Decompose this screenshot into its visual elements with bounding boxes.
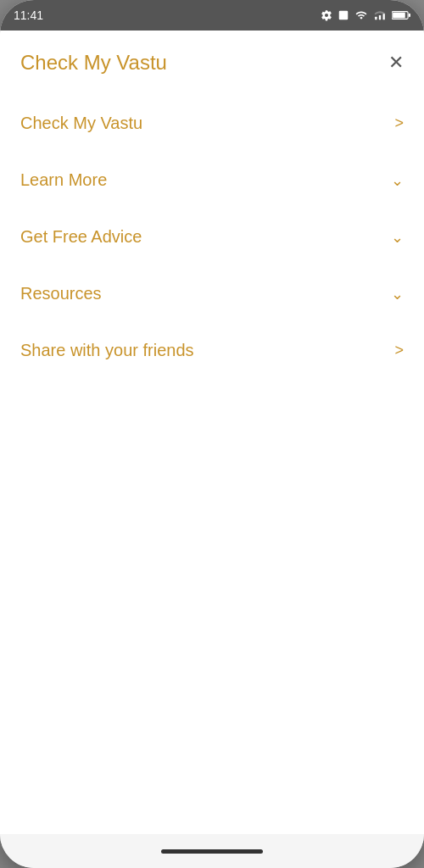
- signal-icon: [373, 9, 387, 21]
- status-icons: [321, 9, 410, 21]
- menu-item-label: Resources: [20, 284, 102, 303]
- status-time: 11:41: [14, 8, 43, 22]
- menu-item-label: Check My Vastu: [20, 114, 142, 133]
- chevron-down-icon: ⌄: [391, 228, 404, 247]
- svg-rect-2: [379, 15, 381, 19]
- svg-rect-3: [383, 14, 385, 19]
- arrow-icon: >: [394, 342, 404, 359]
- close-button[interactable]: ✕: [388, 53, 404, 72]
- svg-rect-0: [339, 11, 349, 20]
- menu-item-learn-more[interactable]: Learn More ⌄: [0, 152, 424, 209]
- menu-item-resources[interactable]: Resources ⌄: [0, 265, 424, 322]
- svg-rect-1: [375, 17, 377, 20]
- header: Check My Vastu ✕: [0, 31, 424, 88]
- main-content: Check My Vastu ✕ Check My Vastu > Learn …: [0, 31, 424, 834]
- menu-item-get-free-advice[interactable]: Get Free Advice ⌄: [0, 209, 424, 265]
- menu-list: Check My Vastu > Learn More ⌄ Get Free A…: [0, 88, 424, 386]
- chevron-down-icon: ⌄: [391, 285, 404, 303]
- chevron-down-icon: ⌄: [391, 171, 404, 190]
- menu-item-label: Learn More: [20, 170, 107, 190]
- wifi-icon: [354, 9, 368, 21]
- svg-rect-5: [393, 13, 405, 19]
- menu-item-check-my-vastu[interactable]: Check My Vastu >: [0, 95, 424, 152]
- status-bar: 11:41: [0, 0, 424, 31]
- menu-item-label: Share with your friends: [20, 341, 194, 360]
- page-title: Check My Vastu: [20, 51, 167, 75]
- battery-icon: [392, 9, 410, 21]
- home-indicator: [161, 849, 263, 854]
- sim-icon: [338, 9, 349, 21]
- settings-icon: [321, 9, 332, 21]
- menu-item-share-with-friends[interactable]: Share with your friends >: [0, 322, 424, 379]
- phone-frame: 11:41: [0, 0, 424, 868]
- menu-item-label: Get Free Advice: [20, 227, 142, 247]
- bottom-bar: [0, 834, 424, 868]
- arrow-icon: >: [394, 114, 404, 132]
- svg-rect-6: [409, 14, 410, 17]
